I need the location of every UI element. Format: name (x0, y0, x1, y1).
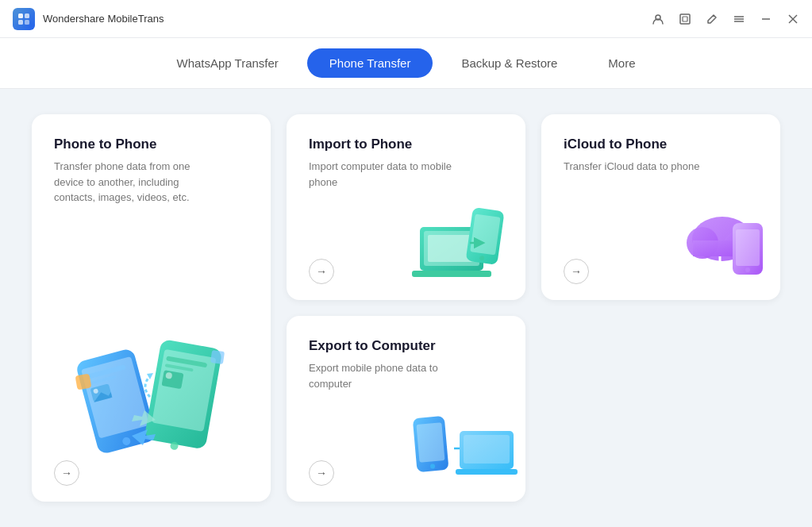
card-export-arrow[interactable]: → (309, 460, 334, 486)
svg-rect-46 (736, 229, 760, 266)
card-phone-to-phone-desc: Transfer phone data from one device to a… (54, 159, 197, 206)
card-icloud-title: iCloud to Phone (564, 137, 758, 152)
svg-rect-30 (75, 374, 91, 390)
card-icloud-desc: Transfer iCloud data to phone (564, 159, 706, 175)
svg-rect-1 (18, 13, 23, 18)
main-content: Phone to Phone Transfer phone data from … (0, 89, 812, 527)
tab-whatsapp-transfer[interactable]: WhatsApp Transfer (154, 48, 300, 78)
tab-phone-transfer[interactable]: Phone Transfer (307, 48, 433, 78)
minimize-icon[interactable] (760, 13, 772, 25)
export-illustration (408, 405, 519, 495)
icloud-illustration (663, 203, 774, 294)
window-icon[interactable] (679, 13, 691, 25)
svg-rect-31 (210, 350, 224, 364)
card-import-title: Import to Phone (309, 137, 503, 152)
nav-bar: WhatsApp Transfer Phone Transfer Backup … (0, 38, 812, 89)
svg-rect-37 (470, 213, 500, 255)
svg-rect-3 (18, 20, 23, 25)
card-export-desc: Export mobile phone data to computer (309, 360, 452, 391)
svg-rect-49 (416, 422, 444, 463)
svg-rect-6 (680, 14, 690, 24)
svg-rect-53 (456, 469, 518, 475)
svg-rect-27 (161, 370, 183, 389)
card-phone-to-phone[interactable]: Phone to Phone Transfer phone data from … (32, 114, 271, 502)
app-icon (13, 8, 35, 30)
import-illustration (408, 203, 519, 294)
app-name: Wondershare MobileTrans (43, 13, 652, 25)
svg-rect-0 (15, 10, 33, 28)
card-export-to-computer[interactable]: Export to Computer Export mobile phone d… (287, 316, 525, 502)
window-controls (652, 13, 799, 25)
tab-backup-restore[interactable]: Backup & Restore (439, 48, 579, 78)
svg-rect-34 (412, 271, 491, 277)
card-phone-to-phone-arrow[interactable]: → (54, 460, 79, 486)
card-import-desc: Import computer data to mobile phone (309, 159, 452, 190)
tab-more[interactable]: More (586, 48, 657, 78)
svg-rect-2 (25, 13, 29, 18)
phone-to-phone-illustration (64, 303, 239, 462)
title-bar: Wondershare MobileTrans (0, 0, 812, 38)
menu-icon[interactable] (733, 13, 745, 25)
svg-marker-44 (714, 266, 726, 274)
card-icloud-to-phone[interactable]: iCloud to Phone Transfer iCloud data to … (541, 114, 780, 300)
edit-icon[interactable] (706, 13, 718, 25)
card-import-to-phone[interactable]: Import to Phone Import computer data to … (287, 114, 525, 300)
svg-rect-52 (464, 435, 510, 464)
card-export-title: Export to Computer (309, 338, 503, 354)
svg-rect-7 (683, 17, 687, 21)
svg-point-47 (745, 267, 750, 272)
svg-marker-29 (147, 373, 153, 379)
card-phone-to-phone-title: Phone to Phone (54, 137, 248, 152)
account-icon[interactable] (652, 13, 664, 25)
card-icloud-arrow[interactable]: → (564, 259, 589, 284)
svg-rect-4 (25, 20, 29, 25)
close-icon[interactable] (787, 13, 799, 25)
card-import-arrow[interactable]: → (309, 259, 334, 284)
cards-grid: Phone to Phone Transfer phone data from … (32, 114, 780, 502)
